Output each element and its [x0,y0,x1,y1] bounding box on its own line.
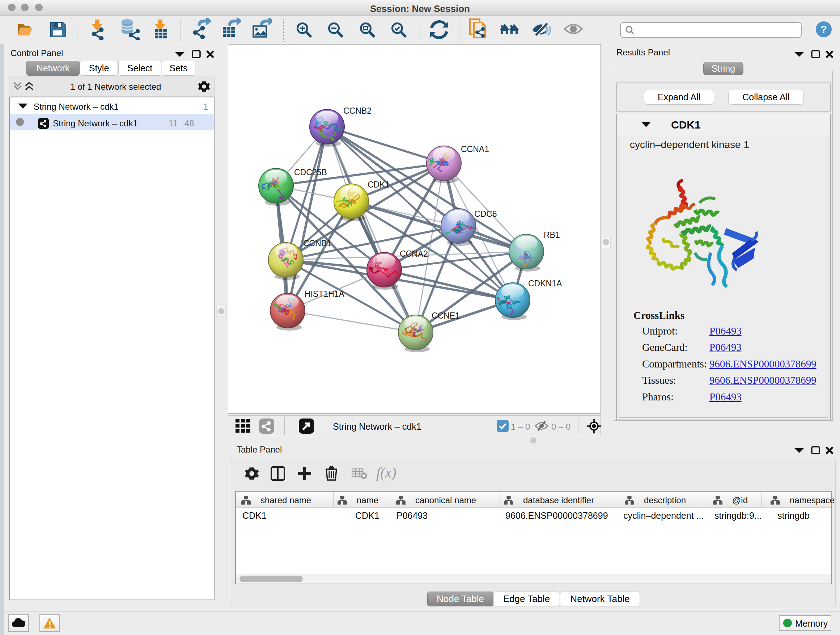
svg-text:CDC6: CDC6 [474,209,497,219]
svg-text:HIST1H1A: HIST1H1A [305,289,345,299]
svg-text:CCNB1: CCNB1 [303,239,332,248]
svg-text:CDKN1A: CDKN1A [528,279,562,288]
svg-text:CDC25B: CDC25B [294,168,327,177]
svg-text:?: ? [821,23,827,35]
svg-text:CCNB2: CCNB2 [343,106,371,116]
svg-text:RB1: RB1 [544,230,560,240]
svg-text:CCNE1: CCNE1 [431,311,460,320]
svg-text:CCNA1: CCNA1 [461,144,489,154]
svg-text:CDK1: CDK1 [368,180,390,189]
svg-text:CCNA2: CCNA2 [400,249,428,258]
